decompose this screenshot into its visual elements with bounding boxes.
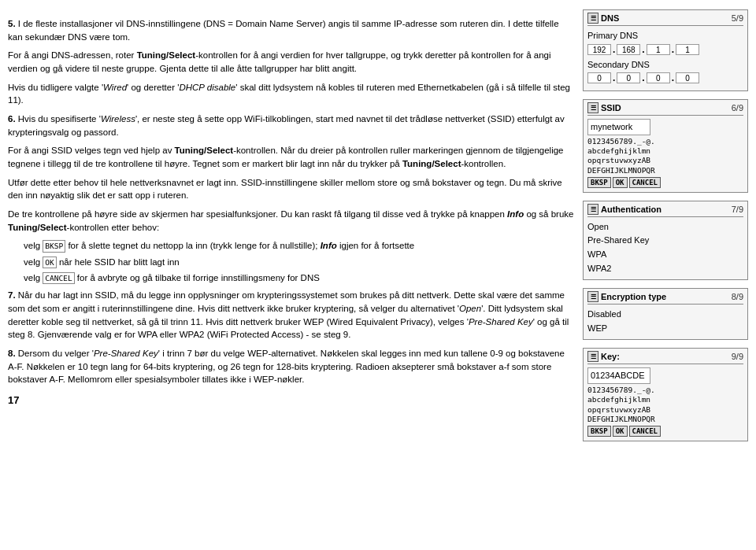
ssid-widget-header: ☰ SSID 6/9 — [587, 102, 743, 116]
key-widget: ☰ Key: 9/9 01234ABCDE 0123456789._-@. ab… — [583, 348, 748, 441]
secondary-dns-row: 0 . 0 . 0 . 0 — [587, 71, 743, 85]
enc-widget-step: 8/9 — [732, 292, 743, 301]
dns-widget-title: DNS — [601, 13, 619, 23]
auth-option-wpa[interactable]: WPA — [587, 248, 743, 262]
char-row-3: DEFGHIJKLMNOPQR — [587, 166, 743, 175]
key-char-grid: 0123456789._-@. abcdefghijklmn opqrstuvw… — [587, 386, 743, 424]
step-5-label: 5. — [8, 19, 16, 28]
auth-option-open[interactable]: Open — [587, 220, 743, 234]
list-item-bksp: velg BKSP for å slette tegnet du nettopp… — [24, 239, 575, 252]
ssid-bksp-button[interactable]: BKSP — [587, 177, 611, 188]
step-8-label: 8. — [8, 349, 16, 358]
main-content: 5. I de fleste installasjoner vil DNS-in… — [8, 9, 575, 441]
para-6a: 6. Hvis du spesifiserte 'Wireless', er n… — [8, 113, 575, 138]
page-container: 5. I de fleste installasjoner vil DNS-in… — [0, 0, 756, 449]
dns-widget-icon: ☰ — [587, 13, 598, 24]
dns-widget-header: ☰ DNS 5/9 — [587, 13, 743, 26]
secondary-dns-3[interactable]: 0 — [676, 72, 699, 83]
step-6-label: 6. — [8, 114, 16, 124]
ssid-cancel-button[interactable]: CANCEL — [629, 177, 662, 188]
ssid-widget-step: 6/9 — [732, 103, 743, 113]
secondary-dns-1[interactable]: 0 — [617, 72, 640, 83]
char-row-0: 0123456789._-@. — [587, 137, 743, 146]
page-number: 17 — [8, 394, 575, 406]
step-7-text: Når du har lagt inn SSID, må du legge in… — [8, 290, 569, 339]
list-item-cancel: velg CANCEL for å avbryte og gå tilbake … — [24, 271, 575, 284]
key-widget-step: 9/9 — [732, 352, 743, 361]
enc-widget-title: Encryption type — [601, 292, 666, 301]
key-char-row-2: opqrstuvwxyzAB — [587, 405, 743, 415]
secondary-dns-0[interactable]: 0 — [587, 72, 611, 83]
ssid-widget-icon: ☰ — [587, 102, 598, 113]
para-7: 7. Når du har lagt inn SSID, må du legge… — [8, 289, 575, 341]
primary-dns-0[interactable]: 192 — [587, 44, 611, 55]
bksp-key: BKSP — [43, 240, 65, 252]
key-widget-header: ☰ Key: 9/9 — [587, 351, 743, 364]
cancel-key: CANCEL — [43, 272, 74, 284]
special-controls-list: velg BKSP for å slette tegnet du nettopp… — [24, 239, 575, 284]
key-widget-title-area: ☰ Key: — [587, 351, 620, 362]
primary-dns-3[interactable]: 1 — [676, 44, 699, 55]
auth-widget-icon: ☰ — [587, 204, 598, 215]
step-5-text: I de fleste installasjoner vil DNS-innst… — [8, 19, 559, 42]
para-5b: For å angi DNS-adressen, roter Tuning/Se… — [8, 49, 575, 75]
list-item-ok: velg OK når hele SSID har blitt lagt inn — [24, 256, 575, 268]
key-bksp-button[interactable]: BKSP — [587, 426, 611, 437]
ssid-value[interactable]: mynetwork — [587, 119, 650, 135]
key-char-row-0: 0123456789._-@. — [587, 386, 743, 395]
para-5a: 5. I de fleste installasjoner vil DNS-in… — [8, 17, 575, 43]
enc-option-wep[interactable]: WEP — [587, 322, 743, 336]
para-6c: Utfør dette etter behov til hele nettver… — [8, 176, 575, 202]
key-ok-button[interactable]: OK — [613, 426, 628, 437]
key-widget-icon: ☰ — [587, 351, 598, 362]
key-value[interactable]: 01234ABCDE — [587, 367, 650, 384]
primary-dns-1[interactable]: 168 — [617, 44, 640, 55]
auth-option-wpa2[interactable]: WPA2 — [587, 262, 743, 276]
auth-options-list: Open Pre-Shared Key WPA WPA2 — [587, 220, 743, 275]
ssid-widget-title: SSID — [601, 103, 621, 113]
secondary-dns-2[interactable]: 0 — [647, 72, 670, 83]
auth-widget-title-area: ☰ Authentication — [587, 204, 662, 215]
key-char-row-3: DEFGHIJKLMNOPQR — [587, 415, 743, 424]
key-widget-body: 01234ABCDE 0123456789._-@. abcdefghijklm… — [587, 367, 743, 437]
dns-widget-step: 5/9 — [732, 13, 743, 23]
primary-dns-row: 192 . 168 . 1 . 1 — [587, 42, 743, 57]
auth-widget-header: ☰ Authentication 7/9 — [587, 204, 743, 217]
auth-widget-body: Open Pre-Shared Key WPA WPA2 — [587, 220, 743, 275]
enc-option-disabled[interactable]: Disabled — [587, 308, 743, 322]
enc-widget-body: Disabled WEP — [587, 308, 743, 335]
para-8: 8. Dersom du velger 'Pre-Shared Key' i t… — [8, 347, 575, 386]
key-cancel-button[interactable]: CANCEL — [629, 426, 662, 437]
dns-widget-body: Primary DNS 192 . 168 . 1 . 1 Secondary … — [587, 29, 743, 85]
ok-key: OK — [43, 257, 56, 268]
primary-dns-2[interactable]: 1 — [647, 44, 670, 55]
enc-options-list: Disabled WEP — [587, 308, 743, 335]
key-widget-title: Key: — [601, 352, 620, 361]
key-char-row-1: abcdefghijklmn — [587, 395, 743, 404]
char-row-2: opqrstuvwxyzAB — [587, 156, 743, 165]
ssid-ok-button[interactable]: OK — [613, 177, 628, 188]
enc-widget-header: ☰ Encryption type 8/9 — [587, 291, 743, 305]
auth-option-psk[interactable]: Pre-Shared Key — [587, 234, 743, 248]
primary-dns-label: Primary DNS — [587, 29, 743, 42]
step-8-text: Dersom du velger 'Pre-Shared Key' i trin… — [8, 349, 565, 384]
auth-widget: ☰ Authentication 7/9 Open Pre-Shared Key… — [583, 201, 748, 280]
secondary-dns-label: Secondary DNS — [587, 58, 743, 72]
ssid-widget: ☰ SSID 6/9 mynetwork 0123456789._-@. abc… — [583, 99, 748, 193]
ssid-char-grid: 0123456789._-@. abcdefghijklmn opqrstuvw… — [587, 137, 743, 175]
sidebar: ☰ DNS 5/9 Primary DNS 192 . 168 . 1 . 1 … — [583, 9, 748, 441]
enc-widget-icon: ☰ — [587, 291, 598, 302]
auth-widget-title: Authentication — [601, 205, 662, 214]
para-6d: De tre kontrollene på høyre side av skje… — [8, 208, 575, 234]
char-row-1: abcdefghijklmn — [587, 146, 743, 156]
step-6-text: Hvis du spesifiserte 'Wireless', er nest… — [8, 114, 565, 137]
enc-widget-title-area: ☰ Encryption type — [587, 291, 666, 302]
para-6b: For å angi SSID velges tegn ved hjelp av… — [8, 144, 575, 170]
ssid-widget-title-area: ☰ SSID — [587, 102, 621, 113]
enc-widget: ☰ Encryption type 8/9 Disabled WEP — [583, 288, 748, 340]
dns-widget-title-area: ☰ DNS — [587, 13, 619, 24]
dns-widget: ☰ DNS 5/9 Primary DNS 192 . 168 . 1 . 1 … — [583, 9, 748, 91]
auth-widget-step: 7/9 — [732, 205, 743, 214]
ssid-widget-body: mynetwork 0123456789._-@. abcdefghijklmn… — [587, 119, 743, 188]
step-7-label: 7. — [8, 290, 16, 300]
